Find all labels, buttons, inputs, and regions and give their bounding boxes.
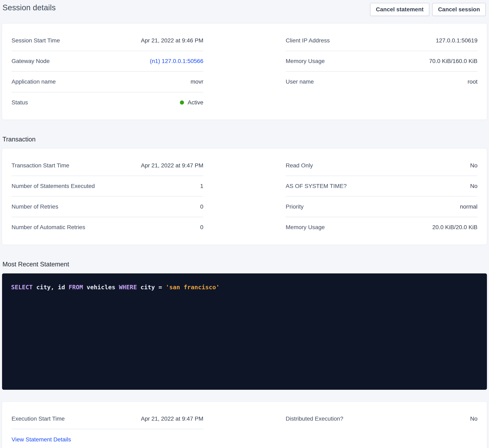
sql-statement-block: SELECT city, id FROM vehicles WHERE city… [2,274,487,390]
transaction-card: Transaction Start Time Apr 21, 2022 at 9… [2,149,487,245]
user-name-row: User name root [286,72,477,92]
session-memory-usage-value: 70.0 KiB/160.0 KiB [429,58,477,65]
sql-keyword: WHERE [119,284,137,291]
session-card-right-column: Client IP Address 127.0.0.1:50619 Memory… [286,31,477,113]
execution-start-time-label: Execution Start Time [12,415,65,422]
sql-string-literal: 'san francisco' [166,284,220,291]
distributed-execution-label: Distributed Execution? [286,415,343,422]
execution-start-time-value: Apr 21, 2022 at 9:47 PM [141,415,203,422]
execution-card: Execution Start Time Apr 21, 2022 at 9:4… [2,402,487,448]
read-only-value: No [470,162,477,169]
session-details-card: Session Start Time Apr 21, 2022 at 9:46 … [2,24,487,120]
transaction-start-time-value: Apr 21, 2022 at 9:47 PM [141,162,203,169]
as-of-system-time-value: No [470,183,477,189]
user-name-value: root [468,78,477,85]
read-only-row: Read Only No [286,156,477,176]
sql-plain: city = [137,284,166,291]
statements-executed-value: 1 [200,183,203,189]
transaction-card-left-column: Transaction Start Time Apr 21, 2022 at 9… [12,156,203,238]
transaction-section-heading: Transaction [2,136,487,143]
distributed-execution-row: Distributed Execution? No [286,409,477,429]
gateway-node-row: Gateway Node (n1) 127.0.0.1:50566 [12,51,203,72]
number-of-retries-label: Number of Retries [12,203,58,210]
automatic-retries-value: 0 [200,224,203,231]
statements-executed-row: Number of Statements Executed 1 [12,176,203,197]
distributed-execution-value: No [470,415,477,422]
sql-plain: city, id [33,284,69,291]
gateway-node-label: Gateway Node [12,58,49,65]
execution-start-time-row: Execution Start Time Apr 21, 2022 at 9:4… [12,409,203,429]
number-of-retries-row: Number of Retries 0 [12,197,203,217]
execution-card-right-column: Distributed Execution? No [286,409,477,448]
page-title: Session details [2,3,56,12]
header-actions: Cancel statement Cancel session [370,3,486,16]
number-of-retries-value: 0 [200,203,203,210]
application-name-value: movr [191,78,203,85]
client-ip-value: 127.0.0.1:50619 [436,37,477,44]
as-of-system-time-row: AS OF SYSTEM TIME? No [286,176,477,197]
view-statement-details-link[interactable]: View Statement Details [12,436,71,443]
user-name-label: User name [286,78,314,85]
execution-card-left-column: Execution Start Time Apr 21, 2022 at 9:4… [12,409,203,448]
as-of-system-time-label: AS OF SYSTEM TIME? [286,183,347,189]
client-ip-row: Client IP Address 127.0.0.1:50619 [286,31,477,51]
sql-keyword: SELECT [11,284,33,291]
transaction-start-time-row: Transaction Start Time Apr 21, 2022 at 9… [12,156,203,176]
priority-row: Priority normal [286,197,477,217]
client-ip-label: Client IP Address [286,37,330,44]
session-start-time-row: Session Start Time Apr 21, 2022 at 9:46 … [12,31,203,51]
priority-label: Priority [286,203,304,210]
sql-keyword: FROM [69,284,83,291]
cancel-statement-button[interactable]: Cancel statement [370,3,429,16]
application-name-row: Application name movr [12,72,203,92]
priority-value: normal [460,203,477,210]
session-start-time-label: Session Start Time [12,37,60,44]
session-memory-usage-row: Memory Usage 70.0 KiB/160.0 KiB [286,51,477,72]
session-memory-usage-label: Memory Usage [286,58,325,65]
application-name-label: Application name [12,78,56,85]
status-row: Status Active [12,92,203,113]
transaction-memory-usage-value: 20.0 KiB/20.0 KiB [432,224,477,231]
automatic-retries-row: Number of Automatic Retries 0 [12,217,203,237]
session-card-left-column: Session Start Time Apr 21, 2022 at 9:46 … [12,31,203,113]
top-bar: Session details Cancel statement Cancel … [2,2,487,16]
most-recent-statement-heading: Most Recent Statement [2,261,487,268]
status-value: Active [188,99,203,106]
read-only-label: Read Only [286,162,313,169]
view-statement-details-row: View Statement Details [12,429,203,448]
status-dot-icon [180,100,184,105]
transaction-memory-usage-label: Memory Usage [286,224,325,231]
gateway-node-link[interactable]: (n1) 127.0.0.1:50566 [150,58,203,64]
status-label: Status [12,99,28,106]
transaction-card-right-column: Read Only No AS OF SYSTEM TIME? No Prior… [286,156,477,238]
session-start-time-value: Apr 21, 2022 at 9:46 PM [141,37,203,44]
sql-statement-text: SELECT city, id FROM vehicles WHERE city… [11,284,478,291]
automatic-retries-label: Number of Automatic Retries [12,224,85,231]
statements-executed-label: Number of Statements Executed [12,183,95,189]
transaction-start-time-label: Transaction Start Time [12,162,69,169]
cancel-session-button[interactable]: Cancel session [432,3,486,16]
sql-plain: vehicles [83,284,119,291]
transaction-memory-usage-row: Memory Usage 20.0 KiB/20.0 KiB [286,217,477,237]
